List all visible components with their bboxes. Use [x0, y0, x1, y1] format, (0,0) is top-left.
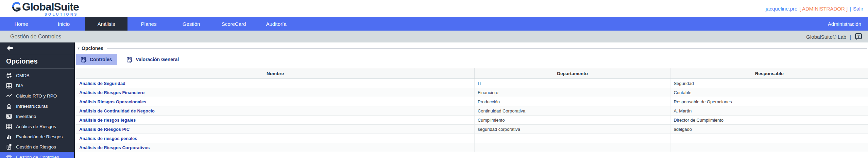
document-icon	[6, 144, 12, 150]
nav-spacer	[297, 17, 821, 31]
table-row: Analisis de Seguridad IT Seguridad	[76, 79, 868, 88]
bookmark-check-icon	[126, 56, 133, 63]
sidebar-item-label: Infraestructuras	[16, 104, 48, 109]
sidebar-item-gestion-de-controles[interactable]: Gestión de Controles	[0, 152, 74, 158]
column-header-responsable: Responsable	[670, 68, 868, 79]
sidebar-item-label: Análisis de Riesgos	[16, 124, 56, 129]
tab-label: Valoración General	[136, 57, 179, 62]
back-arrow-icon	[6, 46, 14, 51]
sidebar-title: Opciones	[0, 55, 74, 69]
bank-icon	[6, 154, 12, 158]
breadcrumb-separator: |	[850, 34, 851, 40]
table-row: Análisis de riesgos penales	[76, 134, 868, 143]
sidebar: Opciones CMDB BIA	[0, 42, 75, 158]
user-session-info: jacqueline.pre [ ADMINISTRADOR ] | Salir	[766, 6, 863, 12]
logo-g-icon	[12, 1, 22, 13]
sidebar-item-label: Gestión de Riesgos	[16, 144, 56, 150]
column-header-nombre: Nombre	[76, 68, 474, 79]
sidebar-item-cmdb[interactable]: CMDB	[0, 70, 74, 81]
environment-label: GlobalSuite® Lab	[806, 34, 846, 40]
user-role-badge: [ ADMINISTRADOR ]	[799, 6, 848, 12]
nav-tab-administracion[interactable]: Administración	[821, 17, 868, 31]
home-icon	[6, 103, 12, 109]
breadcrumb-bar: Gestión de Controles GlobalSuite® Lab | …	[0, 31, 868, 42]
sidebar-item-bia[interactable]: BIA	[0, 81, 74, 91]
control-name-link[interactable]: Análisis de riesgos penales	[76, 134, 474, 143]
sidebar-item-label: Evaluación de Riesgos	[16, 134, 63, 139]
sidebar-item-inventario[interactable]: Inventario	[0, 111, 74, 121]
section-divider	[107, 48, 867, 49]
control-name-link[interactable]: Análisis de riesgos legales	[76, 116, 474, 125]
responsable-cell: A. Martín	[670, 106, 868, 116]
tabs-row: Controles Valoración General	[76, 54, 868, 65]
nav-tab-planes[interactable]: Planes	[127, 17, 170, 31]
logo-subtitle: SOLUTIONS	[45, 13, 78, 16]
responsable-cell: Director de Cumplimiento	[670, 116, 868, 125]
departamento-cell: Continuidad Corporativa	[474, 106, 670, 116]
tab-label: Controles	[90, 57, 112, 62]
database-icon	[6, 73, 12, 78]
control-name-link[interactable]: Análisis de Riesgos Financiero	[76, 88, 474, 97]
top-header: GlobalSuite SOLUTIONS jacqueline.pre [ A…	[0, 0, 868, 17]
table-row: Análisis de riesgos legales Cumplimiento…	[76, 116, 868, 125]
globalsuite-logo[interactable]: GlobalSuite SOLUTIONS	[12, 1, 79, 16]
controls-table: Nombre Departamento Responsable Analisis…	[76, 68, 868, 152]
user-name-link[interactable]: jacqueline.pre	[766, 6, 797, 12]
bookmark-check-icon	[80, 56, 87, 63]
table-row: Análisis Riesgos Operacionales Producció…	[76, 97, 868, 106]
sidebar-item-label: CMDB	[16, 73, 30, 78]
help-button[interactable]: ?	[854, 33, 863, 41]
control-name-link[interactable]: Análisis de Continuidad de Negocio	[76, 106, 474, 116]
nav-tab-home[interactable]: Home	[0, 17, 42, 31]
departamento-cell: Producción	[474, 97, 670, 106]
table-header-row: Nombre Departamento Responsable	[76, 68, 868, 79]
sidebar-item-analisis-de-riesgos[interactable]: Análisis de Riesgos	[0, 121, 74, 131]
responsable-cell	[670, 134, 868, 143]
departamento-cell	[474, 143, 670, 152]
inventory-icon	[6, 113, 12, 119]
tab-controles[interactable]: Controles	[76, 54, 117, 65]
tab-valoracion-general[interactable]: Valoración General	[122, 54, 184, 65]
control-name-link[interactable]: Analisis de Seguridad	[76, 79, 474, 88]
departamento-cell: IT	[474, 79, 670, 88]
main-nav: Home Inicio Análisis Planes Gestión Scor…	[0, 17, 868, 31]
table-row: Análisis de Continuidad de Negocio Conti…	[76, 106, 868, 116]
control-name-link[interactable]: Análisis de Riesgos Corporativos	[76, 143, 474, 152]
table-row: Análisis de Riesgos Corporativos	[76, 143, 868, 152]
nav-tab-inicio[interactable]: Inicio	[42, 17, 85, 31]
grid-icon	[6, 83, 12, 89]
sidebar-collapse-button[interactable]	[0, 42, 74, 55]
responsable-cell: Responsable de Operaciones	[670, 97, 868, 106]
responsable-cell	[670, 143, 868, 152]
sidebar-item-gestion-de-riesgos[interactable]: Gestión de Riesgos	[0, 142, 74, 152]
table-row: Análisis de Riesgos PIC seguridad corpor…	[76, 125, 868, 134]
sidebar-item-infraestructuras[interactable]: Infraestructuras	[0, 101, 74, 111]
nav-tab-gestion[interactable]: Gestión	[170, 17, 212, 31]
nav-tab-scorecard[interactable]: ScoreCard	[212, 17, 255, 31]
sidebar-item-evaluacion-de-riesgos[interactable]: Evaluación de Riesgos	[0, 131, 74, 142]
logo-wordmark: GlobalSuite	[22, 1, 79, 12]
bar-chart-icon	[6, 134, 12, 140]
table-row: Análisis de Riesgos Financiero Financier…	[76, 88, 868, 97]
grid-icon	[6, 124, 12, 129]
responsable-cell: Contable	[670, 88, 868, 97]
responsable-cell: adelgado	[670, 125, 868, 134]
sidebar-item-label: Inventario	[16, 114, 36, 119]
options-section-header: ▾ Opciones	[76, 45, 868, 52]
collapse-caret-icon[interactable]: ▾	[78, 46, 80, 51]
sidebar-item-label: Cálculo RTO y RPO	[16, 93, 57, 99]
control-name-link[interactable]: Análisis Riesgos Operacionales	[76, 97, 474, 106]
nav-tab-analisis[interactable]: Análisis	[85, 17, 127, 31]
departamento-cell: Cumplimiento	[474, 116, 670, 125]
column-header-departamento: Departamento	[474, 68, 670, 79]
nav-tab-auditoria[interactable]: Auditoría	[255, 17, 297, 31]
help-icon: ?	[854, 33, 863, 41]
main-content: ▾ Opciones Controles Valoración Gener	[75, 42, 868, 158]
control-name-link[interactable]: Análisis de Riesgos PIC	[76, 125, 474, 134]
options-section-title: Opciones	[82, 46, 103, 51]
user-separator: |	[850, 6, 851, 12]
departamento-cell: seguridad corporativa	[474, 125, 670, 134]
logout-link[interactable]: Salir	[853, 6, 863, 12]
sidebar-item-label: Gestión de Controles	[16, 155, 59, 158]
sidebar-item-calculo-rto-rpo[interactable]: Cálculo RTO y RPO	[0, 91, 74, 101]
